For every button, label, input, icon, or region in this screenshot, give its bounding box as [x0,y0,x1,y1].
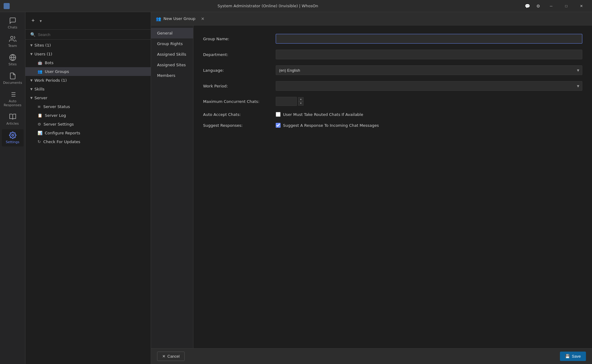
sidebar-item-articles-label: Articles [6,122,19,126]
department-input[interactable] [276,50,582,59]
search-input[interactable] [38,32,146,37]
app-icon [4,3,10,9]
max-concurrent-input[interactable]: 99 [276,97,297,106]
settings-panel: + ▾ 🔍 ▼ Sites (1) ▼ Users (1) [25,12,151,364]
tree-group-sites-label: Sites (1) [35,43,51,48]
tree-item-server-settings[interactable]: ⚙ Server Settings [25,120,151,129]
sidebar-item-settings[interactable]: Settings [2,129,24,146]
group-name-input[interactable] [276,34,582,44]
group-name-control [276,34,582,44]
sidebar-item-settings-label: Settings [6,140,19,144]
dialog-content: General Group Rights Assigned Skills Ass… [151,25,592,348]
language-select[interactable]: (en) English (fr) French (de) German (es… [276,65,582,75]
tree-group-work-periods-header[interactable]: ▼ Work Periods (1) [25,76,151,85]
language-select-wrapper: (en) English (fr) French (de) German (es… [276,65,582,75]
work-period-label: Work Period: [203,84,276,88]
chat-titlebar-icon[interactable]: 💬 [522,1,532,11]
tab-assigned-sites[interactable]: Assigned Sites [151,60,193,70]
tree-item-check-updates-label: Check For Updates [43,139,80,144]
cancel-label: Cancel [167,354,179,359]
close-button[interactable]: ✕ [574,1,588,11]
svg-point-9 [12,134,14,136]
add-button[interactable]: + [30,16,36,25]
skills-chevron: ▼ [30,87,33,91]
tree-group-skills-label: Skills [35,87,44,91]
auto-accept-label: Auto Accept Chats: [203,112,276,117]
auto-accept-checkbox[interactable] [276,112,281,117]
server-status-icon: ≡ [38,104,41,109]
configure-reports-icon: 📊 [38,131,42,135]
tree-container: ▼ Sites (1) ▼ Users (1) 🤖 Bots 👥 User Gr… [25,40,151,364]
cancel-button[interactable]: ✕ Cancel [157,352,185,361]
dialog-tab-icon: 👥 [156,16,161,21]
auto-accept-control: User Must Take Routed Chats If Available [276,112,582,117]
sidebar-item-team-label: Team [8,44,17,48]
form-row-auto-accept: Auto Accept Chats: User Must Take Routed… [203,112,582,117]
search-icon: 🔍 [30,32,35,37]
tree-group-work-periods: ▼ Work Periods (1) [25,76,151,85]
tab-group-rights[interactable]: Group Rights [151,38,193,49]
nav-sidebar: Chats Team Sites Documents [0,12,25,364]
minimize-button[interactable]: ─ [544,1,558,11]
tree-item-bots[interactable]: 🤖 Bots [25,58,151,67]
tree-item-server-status[interactable]: ≡ Server Status [25,102,151,111]
sidebar-item-articles[interactable]: Articles [2,111,24,128]
main-layout: Chats Team Sites Documents [0,12,592,364]
sidebar-item-sites[interactable]: Sites [2,51,24,69]
tree-group-users-header[interactable]: ▼ Users (1) [25,50,151,58]
settings-icon [9,132,16,139]
save-button[interactable]: 💾 Save [560,352,586,361]
titlebar-controls: 💬 ⚙ ─ □ ✕ [522,1,588,11]
spinner-up[interactable]: ▲ [298,97,304,101]
form-row-group-name: Group Name: [203,34,582,44]
settings-panel-header: + ▾ [25,12,151,30]
server-log-icon: 📋 [38,113,42,118]
check-updates-icon: ↻ [38,139,41,144]
dialog-form: Group Name: Department: Language: [193,25,592,348]
cancel-icon: ✕ [162,354,166,359]
articles-icon [9,113,16,120]
maximize-button[interactable]: □ [559,1,573,11]
work-period-select-wrapper: ▼ [276,81,582,91]
tree-item-configure-reports[interactable]: 📊 Configure Reports [25,129,151,137]
suggest-responses-control: Suggest A Response To Incoming Chat Mess… [276,123,582,128]
tree-item-user-groups[interactable]: 👥 User Groups [25,67,151,76]
svg-point-0 [11,36,13,39]
sidebar-item-chats-label: Chats [8,25,17,29]
language-label: Language: [203,68,276,73]
save-label: Save [572,354,581,359]
dialog-close-button[interactable]: ✕ [199,15,206,22]
spinner-down[interactable]: ▼ [298,101,304,106]
tree-group-skills-header[interactable]: ▼ Skills [25,85,151,93]
suggest-responses-checkbox[interactable] [276,123,281,128]
bots-icon: 🤖 [38,61,42,65]
chat-icon [9,17,16,24]
department-control [276,50,582,59]
tree-group-users: ▼ Users (1) 🤖 Bots 👥 User Groups [25,50,151,76]
sidebar-item-documents-label: Documents [3,81,22,85]
sidebar-item-documents[interactable]: Documents [2,70,24,87]
sidebar-item-team[interactable]: Team [2,33,24,50]
sidebar-item-auto-responses[interactable]: Auto Responses [2,88,24,110]
tree-item-server-log[interactable]: 📋 Server Log [25,111,151,120]
sites-chevron: ▼ [30,44,33,47]
tree-item-check-updates[interactable]: ↻ Check For Updates [25,137,151,146]
tab-general[interactable]: General [151,28,193,38]
sidebar-item-chats[interactable]: Chats [2,15,24,32]
form-row-language: Language: (en) English (fr) French (de) … [203,65,582,75]
work-period-select[interactable] [276,81,582,91]
dialog-tabs: General Group Rights Assigned Skills Ass… [151,25,193,348]
tab-members[interactable]: Members [151,70,193,81]
tab-assigned-skills[interactable]: Assigned Skills [151,49,193,60]
dialog-title: New User Group [163,16,196,21]
tree-group-work-periods-label: Work Periods (1) [35,78,67,83]
suggest-responses-text: Suggest A Response To Incoming Chat Mess… [283,123,379,128]
dialog-area: 👥 New User Group ✕ General Group Rights … [151,12,592,364]
team-icon [9,35,16,43]
tree-group-sites-header[interactable]: ▼ Sites (1) [25,41,151,50]
search-bar: 🔍 [25,30,151,40]
tree-group-server-header[interactable]: ▼ Server [25,93,151,102]
settings-titlebar-icon[interactable]: ⚙ [533,1,543,11]
form-row-max-chats: Maximum Concurrent Chats: 99 ▲ ▼ [203,97,582,106]
dropdown-button[interactable]: ▾ [38,17,43,25]
